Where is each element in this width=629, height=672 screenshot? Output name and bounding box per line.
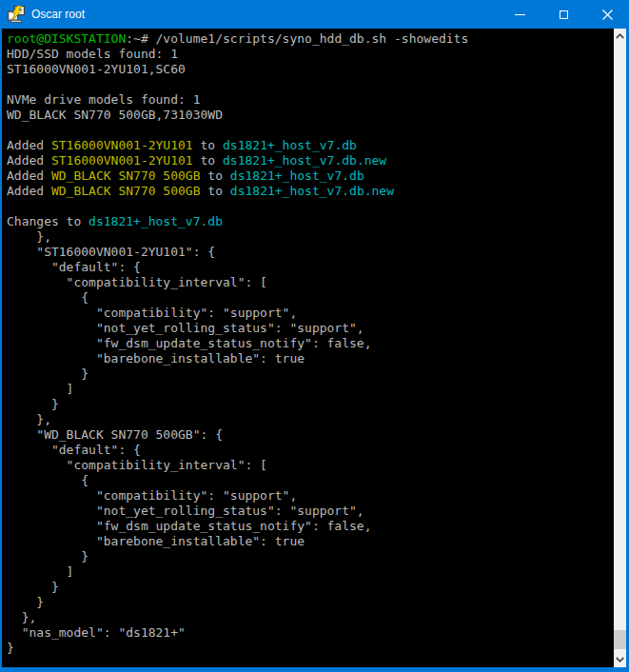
terminal-line: } — [7, 397, 614, 412]
terminal-line: "compatibility": "support", — [7, 488, 614, 504]
terminal-line: "ST16000VN001-2YU101": { — [7, 245, 614, 260]
terminal-line: "not_yet_rolling_status": "support", — [7, 504, 614, 519]
terminal-line: Changes to ds1821+_host_v7.db — [7, 214, 614, 229]
terminal-scrollbar[interactable] — [614, 29, 626, 667]
terminal-line: { — [7, 290, 614, 306]
terminal-line: "not_yet_rolling_status": "support", — [7, 321, 614, 336]
terminal-line: } — [7, 549, 614, 564]
terminal-line: "fw_dsm_update_status_notify": false, — [7, 519, 614, 534]
terminal-line: ] — [7, 564, 614, 580]
window-title: Oscar root — [31, 8, 498, 21]
terminal-line: } — [7, 366, 614, 382]
scroll-down-icon — [616, 657, 624, 662]
title-bar[interactable]: Oscar root — [0, 0, 629, 29]
minimize-icon — [515, 14, 525, 15]
terminal-line: Added WD_BLACK SN770 500GB to ds1821+_ho… — [7, 184, 614, 199]
terminal-line: "barebone_installable": true — [7, 351, 614, 366]
putty-window: Oscar root root@DISKSTATION:~# /volume1/… — [0, 0, 629, 672]
terminal-line — [7, 656, 614, 667]
terminal-line: NVMe drive models found: 1 — [7, 92, 614, 108]
terminal-line: Added ST16000VN001-2YU101 to ds1821+_hos… — [7, 138, 614, 153]
terminal-line: "nas_model": "ds1821+" — [7, 625, 614, 641]
putty-app-icon — [8, 6, 25, 23]
terminal-line — [7, 77, 614, 92]
terminal-screen[interactable]: root@DISKSTATION:~# /volume1/scripts/syn… — [2, 29, 614, 667]
terminal-line: ] — [7, 382, 614, 397]
terminal-line: "compatibility": "support", — [7, 306, 614, 321]
terminal-line: "compatibility_interval": [ — [7, 458, 614, 473]
terminal-line: } — [7, 641, 614, 656]
terminal-line: }, — [7, 229, 614, 245]
scroll-up-button[interactable] — [614, 29, 626, 44]
terminal-line: { — [7, 473, 614, 488]
terminal-line: HDD/SSD models found: 1 — [7, 47, 614, 62]
terminal-line: "default": { — [7, 260, 614, 275]
terminal-output: root@DISKSTATION:~# /volume1/scripts/syn… — [7, 31, 614, 667]
terminal-line: "compatibility_interval": [ — [7, 275, 614, 290]
minimize-button[interactable] — [498, 0, 541, 29]
terminal-line: "WD_BLACK SN770 500GB": { — [7, 427, 614, 443]
terminal-line: "default": { — [7, 443, 614, 458]
scroll-down-button[interactable] — [614, 652, 626, 667]
close-icon — [602, 10, 613, 20]
terminal-line: "barebone_installable": true — [7, 534, 614, 549]
terminal-line: } — [7, 595, 614, 610]
terminal-line: WD_BLACK SN770 500GB,731030WD — [7, 108, 614, 123]
terminal-line: }, — [7, 610, 614, 625]
maximize-button[interactable] — [541, 0, 585, 29]
scrollbar-thumb[interactable] — [614, 630, 626, 649]
terminal-line: Added WD_BLACK SN770 500GB to ds1821+_ho… — [7, 168, 614, 184]
terminal-line: ST16000VN001-2YU101,SC60 — [7, 62, 614, 77]
terminal-line — [7, 199, 614, 214]
terminal-line: "fw_dsm_update_status_notify": false, — [7, 336, 614, 351]
terminal-line: Added ST16000VN001-2YU101 to ds1821+_hos… — [7, 153, 614, 168]
maximize-icon — [560, 10, 568, 19]
scroll-up-icon — [616, 33, 624, 39]
terminal-line: } — [7, 580, 614, 595]
close-button[interactable] — [585, 0, 629, 29]
terminal-line: root@DISKSTATION:~# /volume1/scripts/syn… — [7, 31, 614, 47]
terminal-line: }, — [7, 412, 614, 427]
terminal-line — [7, 123, 614, 138]
